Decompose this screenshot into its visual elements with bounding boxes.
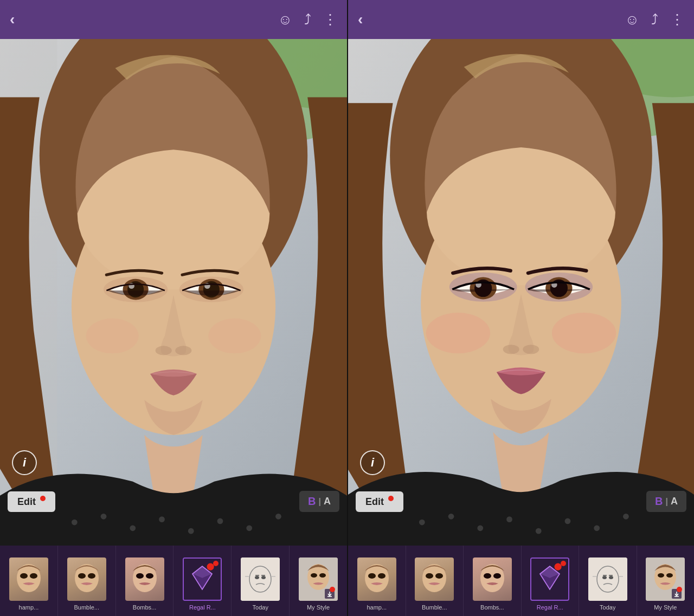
left-thumb-mystyle — [299, 557, 338, 601]
svg-point-51 — [311, 573, 317, 578]
svg-point-65 — [536, 528, 542, 534]
right-filter-mystyle[interactable]: My Style — [637, 546, 695, 616]
svg-point-12 — [275, 514, 281, 520]
right-share-icon[interactable]: ⤴ — [651, 12, 658, 27]
right-back-button[interactable]: ‹ — [358, 12, 363, 27]
right-more-icon[interactable]: ⋮ — [670, 12, 684, 27]
left-filter-mystyle[interactable]: My Style — [290, 546, 347, 616]
svg-point-72 — [552, 313, 616, 353]
right-ba-button[interactable]: B | A — [646, 491, 686, 512]
svg-point-82 — [523, 345, 539, 354]
left-back-button[interactable]: ‹ — [10, 12, 15, 27]
left-thumb-bombs — [125, 557, 164, 601]
right-filter-regal[interactable]: Regal R... — [522, 546, 580, 616]
svg-point-34 — [136, 573, 144, 579]
left-edit-button[interactable]: Edit — [8, 491, 55, 512]
right-thumb-mystyle — [646, 557, 685, 601]
svg-point-8 — [159, 516, 165, 522]
svg-rect-41 — [241, 557, 280, 601]
right-label-mystyle: My Style — [654, 604, 677, 611]
svg-point-107 — [658, 573, 664, 578]
left-filter-strip: hamp... Bumble... — [0, 546, 347, 616]
left-thumb-regal — [183, 557, 222, 601]
left-ba-button[interactable]: B | A — [299, 491, 339, 512]
left-filter-today[interactable]: Today — [232, 546, 290, 616]
svg-point-15 — [86, 319, 139, 353]
right-filter-strip: hamp... Bumble... — [348, 546, 694, 616]
right-label-bumble: Bumble... — [422, 604, 447, 611]
svg-point-67 — [594, 525, 600, 531]
right-label-champ: hamp... — [367, 604, 387, 611]
right-thumb-bumble — [415, 557, 454, 601]
right-edit-label: Edit — [365, 496, 384, 508]
svg-point-66 — [565, 518, 571, 524]
svg-point-26 — [175, 346, 191, 355]
right-photo-area: i Edit B | A — [348, 39, 694, 546]
left-filter-champ[interactable]: hamp... — [0, 546, 58, 616]
svg-point-46 — [261, 576, 266, 579]
svg-point-29 — [30, 573, 37, 579]
svg-point-11 — [246, 525, 252, 531]
right-ba-b: B — [655, 495, 663, 508]
right-ba-a: A — [671, 496, 678, 507]
left-edit-dot — [40, 496, 46, 501]
right-edit-button[interactable]: Edit — [356, 491, 403, 512]
left-label-mystyle: My Style — [307, 604, 330, 611]
left-photo-area: i Edit B | A — [0, 39, 347, 546]
svg-point-52 — [319, 573, 326, 578]
svg-point-88 — [435, 573, 443, 579]
right-label-bombs: Bombs... — [480, 604, 504, 611]
left-info-button[interactable]: i — [12, 450, 37, 475]
svg-point-16 — [208, 319, 261, 353]
svg-point-91 — [493, 573, 501, 579]
left-filter-bumble[interactable]: Bumble... — [58, 546, 116, 616]
left-ba-sep: | — [319, 497, 321, 507]
svg-point-35 — [146, 573, 153, 579]
right-thumb-today — [588, 557, 627, 601]
svg-point-32 — [88, 573, 95, 579]
right-topbar: ‹ ☺ ⤴ ⋮ — [348, 0, 694, 39]
left-filter-regal[interactable]: Regal R... — [174, 546, 232, 616]
svg-point-71 — [426, 313, 490, 353]
svg-point-87 — [426, 573, 433, 579]
svg-point-6 — [101, 514, 107, 520]
svg-point-84 — [368, 573, 376, 579]
svg-point-25 — [156, 346, 172, 355]
svg-point-68 — [623, 514, 629, 520]
right-filter-bumble[interactable]: Bumble... — [406, 546, 464, 616]
svg-point-62 — [448, 514, 454, 520]
svg-point-63 — [477, 525, 483, 531]
svg-rect-97 — [588, 557, 627, 601]
svg-point-102 — [609, 576, 613, 579]
left-label-champ: hamp... — [19, 604, 39, 611]
svg-point-9 — [188, 528, 194, 534]
svg-point-31 — [78, 573, 86, 579]
svg-point-112 — [677, 587, 682, 592]
right-thumb-champ — [357, 557, 396, 601]
right-filter-champ[interactable]: hamp... — [348, 546, 406, 616]
left-edit-label: Edit — [17, 496, 36, 508]
svg-point-90 — [484, 573, 491, 579]
svg-point-85 — [378, 573, 385, 579]
left-emoji-icon[interactable]: ☺ — [278, 12, 292, 27]
left-filter-bombs[interactable]: Bombs... — [116, 546, 174, 616]
svg-point-61 — [419, 520, 425, 526]
left-ba-a: A — [324, 496, 331, 507]
svg-point-7 — [130, 525, 136, 531]
left-share-icon[interactable]: ⤴ — [304, 12, 311, 27]
right-filter-bombs[interactable]: Bombs... — [464, 546, 522, 616]
svg-point-45 — [255, 576, 259, 579]
right-thumb-regal — [530, 557, 569, 601]
svg-point-108 — [666, 573, 673, 578]
svg-point-28 — [20, 573, 28, 579]
svg-point-5 — [72, 520, 78, 526]
right-info-button[interactable]: i — [360, 450, 385, 475]
left-thumb-bumble — [67, 557, 106, 601]
right-filter-today[interactable]: Today — [579, 546, 637, 616]
left-ba-b: B — [308, 495, 316, 508]
right-emoji-icon[interactable]: ☺ — [625, 12, 639, 27]
left-label-bombs: Bombs... — [133, 604, 156, 611]
left-thumb-today — [241, 557, 280, 601]
left-more-icon[interactable]: ⋮ — [323, 12, 337, 27]
left-panel: ‹ ☺ ⤴ ⋮ — [0, 0, 347, 616]
